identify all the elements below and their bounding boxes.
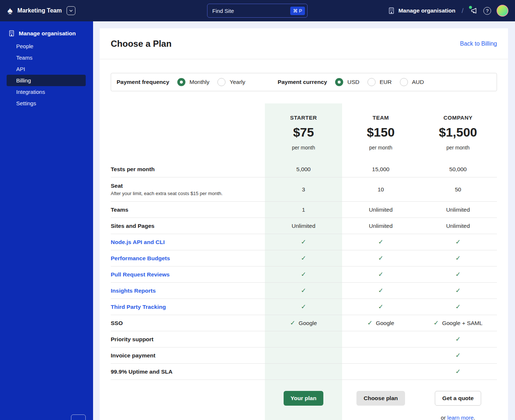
currency-option-aud[interactable]: AUD [400,78,424,86]
check-icon: ✓ [301,254,306,262]
feature-link[interactable]: Pull Request Reviews [111,271,170,278]
feature-label: Invoice payment [111,352,155,359]
sidebar-item-billing[interactable]: Billing [7,75,86,86]
plan-period: per month [419,145,497,151]
footnote-suffix: . [474,414,475,420]
starter-value-empty [265,364,342,380]
help-button[interactable]: ? [483,7,491,15]
currency-option-usd[interactable]: USD [335,78,359,86]
get-a-quote-button[interactable]: Get a quote [435,391,481,406]
plan-header-company: COMPANY $1,500 per month [419,103,497,161]
sidebar-bottom-button[interactable] [71,414,86,420]
company-value: 50,000 [419,161,497,177]
top-navigation-bar: ♠ Marketing Team ⌘ P Manage organisation… [0,0,515,21]
company-value: 50 [419,177,497,201]
frequency-option-monthly[interactable]: Monthly [177,78,209,86]
sidebar-header-label: Manage organisation [19,30,76,37]
radio-unselected-icon[interactable] [217,78,225,86]
feature-note: After your limit, each extra seat costs … [111,191,223,196]
feature-label: SSO [111,320,123,327]
table-row-priority-support: Priority support ✓ [111,331,497,347]
starter-value: Unlimited [265,218,342,234]
feature-link[interactable]: Node.js API and CLI [111,239,165,246]
company-value: Unlimited [419,218,497,234]
team-value-empty [342,364,419,380]
feature-label: 99.9% Uptime and SLA [111,368,173,375]
sidebar-item-integrations[interactable]: Integrations [7,86,86,98]
check-icon: ✓ [378,303,383,311]
team-value: 10 [342,177,419,201]
main-area: Choose a Plan Back to Billing Payment fr… [93,21,515,420]
check-icon: ✓ [455,254,461,262]
check-icon: ✓ [433,319,438,327]
currency-option-eur[interactable]: EUR [367,78,392,86]
payment-filter-bar: Payment frequency Monthly Yearly Payment… [111,73,497,91]
plan-price: $150 [342,125,419,140]
app-logo-spade-icon: ♠ [7,6,13,16]
chevron-down-icon [69,8,73,13]
option-label[interactable]: AUD [412,79,424,85]
option-label[interactable]: EUR [380,79,392,85]
sidebar-item-teams[interactable]: Teams [7,52,86,63]
table-row-insights-reports: Insights Reports ✓ ✓ ✓ [111,283,497,299]
your-plan-button[interactable]: Your plan [284,391,323,406]
topbar-right-group: Manage organisation / ? [388,5,515,17]
sidebar: Manage organisation People Teams API Bil… [0,21,93,420]
billing-card: Choose a Plan Back to Billing Payment fr… [100,28,508,420]
feature-link[interactable]: Third Party Tracking [111,304,166,310]
feature-label: Teams [111,207,128,213]
table-row-performance-budgets: Performance Budgets ✓ ✓ ✓ [111,250,497,267]
announcements-button[interactable] [470,7,478,15]
team-value: Unlimited [342,218,419,234]
feature-link[interactable]: Insights Reports [111,287,156,294]
company-value: Google + SAML [442,320,483,327]
learn-more-link[interactable]: learn more [447,414,474,420]
table-row-third-party-tracking: Third Party Tracking ✓ ✓ ✓ [111,299,497,315]
choose-plan-button[interactable]: Choose plan [356,391,405,406]
radio-unselected-icon[interactable] [367,78,376,86]
sidebar-nav: People Teams API Billing Integrations Se… [0,40,93,109]
back-to-billing-link[interactable]: Back to Billing [460,40,497,47]
table-row-invoice-payment: Invoice payment ✓ [111,347,497,364]
check-icon: ✓ [455,287,461,294]
plan-price: $75 [265,125,342,140]
team-switcher-button[interactable] [67,6,75,15]
user-avatar[interactable] [497,5,508,17]
option-label[interactable]: Yearly [230,79,245,85]
sidebar-item-people[interactable]: People [7,40,86,52]
feature-link[interactable]: Performance Budgets [111,255,170,262]
manage-organisation-link[interactable]: Manage organisation [388,7,455,14]
check-icon: ✓ [455,238,461,246]
team-value: 15,000 [342,161,419,177]
radio-selected-icon[interactable] [177,78,185,86]
team-value: Unlimited [342,202,419,218]
search-input[interactable] [212,8,290,14]
building-icon [388,7,395,14]
company-footnote: or learn more. [441,414,475,420]
site-search-box[interactable]: ⌘ P [207,4,308,18]
frequency-option-yearly[interactable]: Yearly [217,78,245,86]
team-name: Marketing Team [17,7,62,14]
radio-unselected-icon[interactable] [400,78,408,86]
starter-value-empty [265,347,342,363]
sidebar-item-settings[interactable]: Settings [7,98,86,109]
option-label[interactable]: Monthly [189,79,209,85]
payment-currency-label: Payment currency [278,79,327,85]
plan-header-row: STARTER $75 per month TEAM $150 per mont… [111,103,497,161]
check-icon: ✓ [378,271,383,278]
check-icon: ✓ [455,368,461,375]
plan-header-starter: STARTER $75 per month [265,103,342,161]
table-row-tests-per-month: Tests per month 5,000 15,000 50,000 [111,161,497,177]
plan-name: TEAM [342,114,419,121]
option-label[interactable]: USD [347,79,359,85]
table-row-pull-request-reviews: Pull Request Reviews ✓ ✓ ✓ [111,267,497,283]
table-row-uptime-sla: 99.9% Uptime and SLA ✓ [111,364,497,380]
check-icon: ✓ [455,271,461,278]
company-value: Unlimited [419,202,497,218]
check-icon: ✓ [301,303,306,311]
radio-selected-icon[interactable] [335,78,343,86]
sidebar-item-api[interactable]: API [7,63,86,75]
table-row-teams: Teams 1 Unlimited Unlimited [111,202,497,218]
plans-table: STARTER $75 per month TEAM $150 per mont… [111,103,497,420]
card-body: Payment frequency Monthly Yearly Payment… [100,59,508,420]
